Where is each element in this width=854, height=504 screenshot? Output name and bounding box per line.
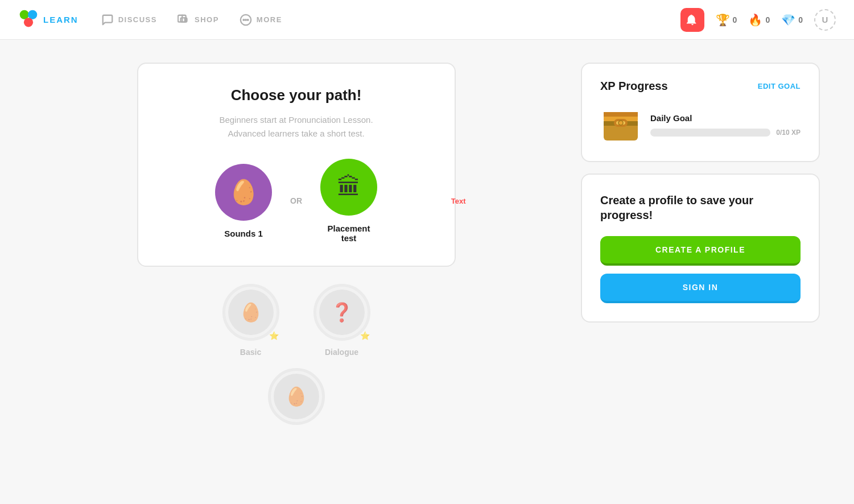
- xp-title: XP Progress: [600, 80, 668, 93]
- dialogue-inner: ❓: [319, 290, 365, 335]
- profile-card: Create a profile to save your progress! …: [581, 173, 820, 323]
- xp-goal-info: Daily Goal 0/10 XP: [650, 113, 801, 137]
- notification-button[interactable]: [680, 8, 704, 32]
- placement-emoji: 🏛: [337, 173, 361, 201]
- gems-stat: 💎 0: [781, 13, 803, 27]
- left-panel: Choose your path! Beginners start at Pro…: [34, 63, 558, 425]
- streak-count: 0: [765, 15, 770, 24]
- dialogue-crown-icon: ⭐: [360, 331, 370, 340]
- xp-header: XP Progress EDIT GOAL: [600, 80, 801, 93]
- avatar[interactable]: U: [814, 9, 836, 31]
- basic-crown-icon: ⭐: [269, 331, 279, 340]
- sounds-option[interactable]: 🥚 Sounds 1: [215, 164, 272, 238]
- svg-rect-14: [604, 112, 638, 117]
- basic-label: Basic: [240, 348, 261, 357]
- lesson-node-dialogue[interactable]: ❓ ⭐ Dialogue: [313, 284, 370, 357]
- more-label: MORE: [257, 15, 282, 24]
- nav-shop[interactable]: SHOP: [178, 14, 219, 26]
- lesson-node-partial[interactable]: 🥚: [268, 368, 325, 425]
- sounds-label: Sounds 1: [224, 229, 263, 238]
- brand-label: LEARN: [43, 15, 79, 24]
- path-subtitle: Beginners start at Pronunciation Lesson.…: [172, 113, 420, 141]
- xp-card: XP Progress EDIT GOAL: [581, 63, 820, 162]
- sign-in-button[interactable]: SIGN IN: [600, 274, 801, 303]
- svg-point-2: [24, 18, 33, 27]
- discuss-label: DISCUSS: [118, 15, 157, 24]
- navbar: LEARN DISCUSS SHOP MORE: [0, 0, 854, 40]
- nav-links: DISCUSS SHOP MORE: [101, 14, 680, 26]
- path-card: Choose your path! Beginners start at Pro…: [137, 63, 456, 267]
- progress-xp-text: 0/10 XP: [776, 129, 801, 137]
- right-panel: XP Progress EDIT GOAL: [581, 63, 820, 425]
- placement-icon-circle: 🏛: [320, 159, 377, 216]
- lesson-nodes: 🥚 ⭐ Basic ❓ ⭐ Dialogue 🥚: [137, 284, 456, 425]
- edit-goal-button[interactable]: EDIT GOAL: [758, 82, 801, 90]
- basic-ring: 🥚 ⭐: [222, 284, 279, 341]
- basic-inner: 🥚: [228, 290, 274, 335]
- league-icon: 🏆: [716, 13, 730, 27]
- nav-discuss[interactable]: DISCUSS: [101, 14, 157, 26]
- sounds-icon-circle: 🥚: [215, 164, 272, 221]
- league-stat: 🏆 0: [716, 13, 737, 27]
- shop-label: SHOP: [195, 15, 219, 24]
- dialogue-label: Dialogue: [325, 348, 358, 357]
- partial-ring: 🥚: [268, 368, 325, 425]
- placement-option[interactable]: 🏛 Placementtest: [320, 159, 377, 243]
- lesson-node-basic[interactable]: 🥚 ⭐ Basic: [222, 284, 279, 357]
- streak-stat: 🔥 0: [748, 13, 770, 27]
- partial-inner: 🥚: [274, 374, 319, 419]
- svg-point-9: [245, 19, 246, 20]
- profile-title: Create a profile to save your progress!: [600, 193, 801, 222]
- gems-count: 0: [798, 15, 803, 24]
- create-profile-button[interactable]: CREATE A PROFILE: [600, 236, 801, 266]
- xp-body: Daily Goal 0/10 XP: [600, 104, 801, 145]
- placement-label: Placementtest: [327, 224, 370, 243]
- dialogue-ring: ❓ ⭐: [313, 284, 370, 341]
- sounds-emoji: 🥚: [229, 178, 258, 206]
- lesson-row-1: 🥚 ⭐ Basic ❓ ⭐ Dialogue: [222, 284, 370, 357]
- gems-icon: 💎: [781, 13, 795, 27]
- path-options: 🥚 Sounds 1 OR 🏛 Placementtest Text: [172, 159, 420, 243]
- chest-icon: [600, 104, 641, 145]
- svg-point-8: [243, 19, 244, 20]
- avatar-label: U: [822, 15, 828, 24]
- league-count: 0: [733, 15, 737, 24]
- nav-right: 🏆 0 🔥 0 💎 0 U: [680, 8, 836, 32]
- nav-more[interactable]: MORE: [240, 14, 282, 26]
- daily-goal-label: Daily Goal: [650, 113, 801, 123]
- path-title: Choose your path!: [172, 86, 420, 104]
- or-divider: OR: [290, 196, 302, 205]
- logo[interactable]: LEARN: [18, 9, 79, 31]
- svg-point-17: [618, 121, 623, 125]
- progress-bar-background: [650, 129, 770, 137]
- main-content: Choose your path! Beginners start at Pro…: [0, 40, 854, 448]
- streak-icon: 🔥: [748, 13, 762, 27]
- text-annotation: Text: [451, 197, 466, 205]
- progress-row: 0/10 XP: [650, 129, 801, 137]
- svg-point-10: [247, 19, 249, 20]
